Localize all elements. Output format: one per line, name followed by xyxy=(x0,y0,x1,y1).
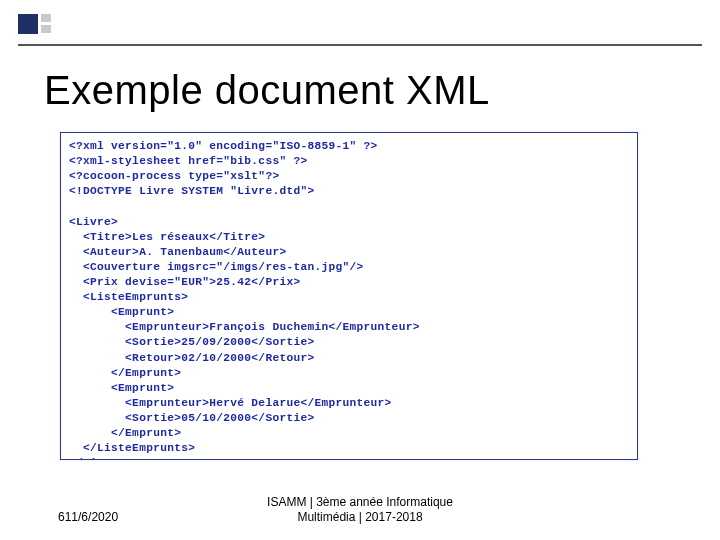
xml-code: <?xml version="1.0" encoding="ISO-8859-1… xyxy=(61,133,637,460)
square-small-icon xyxy=(41,25,51,33)
square-small-icon xyxy=(41,14,51,22)
footer-center: ISAMM | 3ème année Informatique Multiméd… xyxy=(0,495,720,524)
square-large-icon xyxy=(18,14,38,34)
square-small-column xyxy=(41,14,51,34)
code-box: <?xml version="1.0" encoding="ISO-8859-1… xyxy=(60,132,638,460)
footer-center-line2: Multimédia | 2017-2018 xyxy=(0,510,720,524)
slide-title: Exemple document XML xyxy=(44,68,690,113)
footer-center-line1: ISAMM | 3ème année Informatique xyxy=(0,495,720,509)
corner-decoration xyxy=(18,14,51,34)
top-rule xyxy=(18,44,702,46)
slide: Exemple document XML <?xml version="1.0"… xyxy=(0,0,720,540)
